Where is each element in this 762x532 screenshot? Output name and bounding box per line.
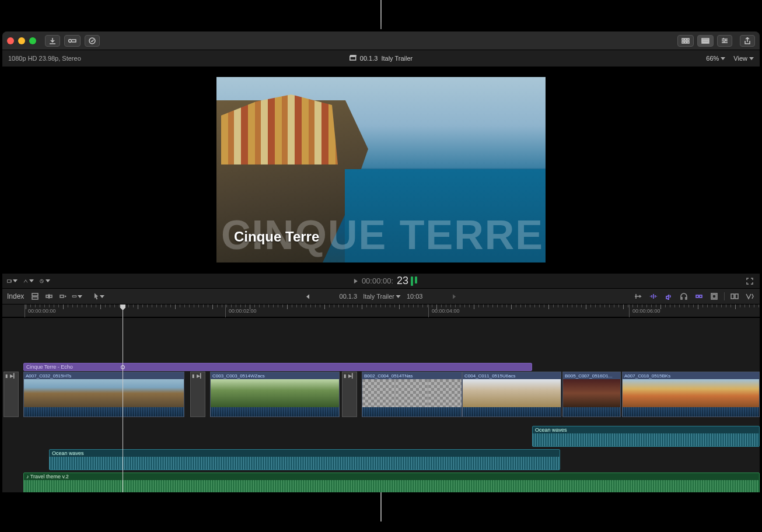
timeline-layout-button[interactable] [697,35,714,47]
audio-clip-label: Ocean waves [50,450,560,457]
transition-clip[interactable]: ▮▶▎ [4,372,19,417]
solo-button[interactable] [663,291,674,302]
format-label: 1080p HD 23.98p, Stereo [8,55,81,62]
project-prefix: 00.1.3 [360,55,378,62]
headphones-icon[interactable] [679,291,689,302]
keyword-button[interactable] [64,35,81,47]
clip-name: B005_C007_0516D1... [563,372,620,379]
audio-waveform [24,480,759,492]
select-tool-dropdown[interactable] [94,291,104,302]
import-button[interactable] [45,35,60,47]
timeline-header: Index 00.1.3 Italy Trailer 10:03 [2,288,760,304]
clip-name: B002_C004_0514TNas [362,372,462,379]
clip-waveform [24,407,184,416]
minimize-icon[interactable] [18,37,25,44]
ruler-label: 00:00:06:00 [632,308,660,314]
project-name: Italy Trailer [363,293,394,300]
retiming-dropdown[interactable] [23,276,34,286]
audio-waveform [533,433,759,447]
skimming-button[interactable] [633,291,644,302]
effects-dropdown[interactable] [7,276,18,286]
svg-rect-11 [8,279,11,282]
clip-waveform [623,407,759,416]
title-clip[interactable]: Cinque Terre - Echo [23,363,532,371]
close-icon[interactable] [7,37,14,44]
video-clip[interactable]: A007_C018_0515BKs [622,372,760,417]
svg-rect-19 [696,295,698,298]
timeline-ruler[interactable]: 00:00:00:0000:00:02:0000:00:04:0000:00:0… [2,304,760,317]
svg-rect-8 [702,38,709,40]
svg-rect-2 [682,38,684,40]
clip-name: C004_C011_0515U6acs [463,372,561,379]
video-clip[interactable]: A007_C032_0515HTs [23,372,184,417]
view-label: View [733,55,747,62]
video-clip[interactable]: B005_C007_0516D1... [562,372,621,417]
ruler-label: 00:00:02:00 [229,308,257,314]
clip-name: A007_C018_0515BKs [623,372,759,379]
svg-point-0 [69,39,72,42]
overwrite-clip-dropdown[interactable] [72,291,82,302]
chevron-down-icon [396,295,401,298]
clip-waveform [362,407,462,416]
playhead[interactable] [123,317,123,492]
project-name: Italy Trailer [381,55,413,62]
audio-clip[interactable]: Ocean waves [49,449,560,470]
snapping-button[interactable] [694,291,704,302]
svg-rect-22 [712,295,716,298]
transition-clip[interactable]: ▮▶▎ [190,372,205,417]
chevron-down-icon [721,57,725,60]
connect-clip-button[interactable] [30,291,40,302]
svg-rect-3 [685,38,687,40]
timecode-display[interactable]: 00:00:00:23 [354,275,408,287]
index-button[interactable]: Index [7,292,24,300]
inspector-button[interactable] [717,35,732,47]
history-forward-button[interactable] [453,294,456,299]
background-tasks-button[interactable] [85,35,100,47]
transitions-browser-button[interactable] [729,291,740,302]
browser-layout-button[interactable] [677,35,694,47]
clip-waveform [463,407,561,416]
titles-browser-button[interactable] [744,291,755,302]
share-button[interactable] [740,35,755,47]
append-clip-button[interactable] [58,291,68,302]
timecode-frames: 23 [397,275,408,287]
timeline-body[interactable]: Cinque Terre - Echo A007_C032_0515HTsC00… [2,317,760,492]
audio-clip-label: ♪ Travel theme v.2 [24,473,759,480]
svg-rect-7 [687,41,689,43]
svg-rect-6 [685,41,687,43]
timecode-head: 00:00:00: [362,276,393,285]
clip-waveform [211,407,339,416]
project-dropdown[interactable]: Italy Trailer [363,293,401,300]
clip-appearance-dropdown[interactable] [40,276,50,286]
chevron-down-icon [749,57,754,60]
audio-clip-label: Ocean waves [533,426,759,433]
playback-bar: 00:00:00:23 [2,273,760,288]
audio-clip[interactable]: Ocean waves [532,426,760,447]
ruler-label: 00:00:04:00 [432,308,460,314]
window-controls [7,37,36,44]
audio-meter[interactable] [411,276,417,286]
viewer-canvas[interactable]: CINQUE TERRE Cinque Terre [216,77,546,262]
video-clip[interactable]: B002_C004_0514TNas [362,372,462,417]
zoom-dropdown[interactable]: 66% [706,55,725,62]
effects-browser-button[interactable] [709,291,719,302]
svg-rect-17 [60,295,64,298]
svg-rect-23 [731,294,734,299]
audio-skimming-button[interactable] [648,291,659,302]
fullscreen-button[interactable] [744,276,755,286]
svg-rect-14 [32,297,38,299]
svg-rect-5 [682,41,684,43]
video-clip[interactable]: C003_C003_0514WZacs [210,372,340,417]
video-clip[interactable]: C004_C011_0515U6acs [462,372,561,417]
zoom-icon[interactable] [29,37,36,44]
svg-rect-10 [702,43,709,43]
app-window: 1080p HD 23.98p, Stereo 00.1.3 Italy Tra… [2,32,760,492]
meter-bar [415,276,417,284]
history-back-button[interactable] [306,294,309,299]
audio-clip[interactable]: ♪ Travel theme v.2 [23,473,760,492]
view-dropdown[interactable]: View [733,55,754,62]
transition-clip[interactable]: ▮▶▎ [342,372,357,417]
insert-clip-button[interactable] [44,291,54,302]
clip-waveform [563,407,620,416]
title-clip-label: Cinque Terre - Echo [26,364,73,370]
